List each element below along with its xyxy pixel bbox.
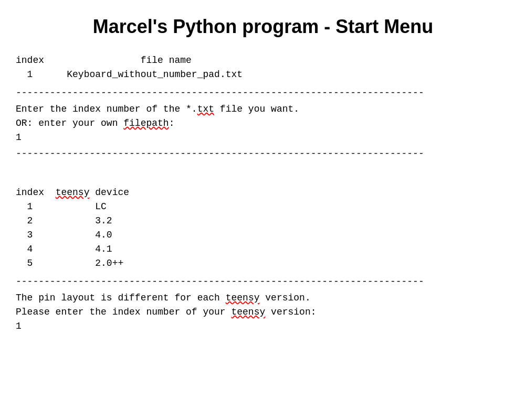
device-user-input: 1 [16, 319, 510, 333]
file-prompt-line2: OR: enter your own filepath: [16, 116, 510, 131]
teensy-header-underline: teensy [56, 187, 90, 198]
file-user-input: 1 [16, 131, 510, 145]
file-prompt-line1: Enter the index number of the *.txt file… [16, 102, 510, 116]
device-row-2: 2 3.2 [16, 214, 510, 228]
page-title: Marcel's Python program - Start Menu [16, 10, 510, 43]
txt-underline: txt [197, 104, 214, 114]
prompt-divider: ----------------------------------------… [16, 147, 510, 161]
device-divider: ----------------------------------------… [16, 275, 510, 289]
device-prompt-line2: Please enter the index number of your te… [16, 305, 510, 319]
spacer [16, 163, 510, 177]
file-section: index file name 1 Keyboard_without_numbe… [16, 53, 510, 333]
file-table: index file name 1 Keyboard_without_numbe… [16, 53, 510, 82]
teensy-underline-2: teensy [231, 307, 265, 317]
device-row-1: 1 LC [16, 200, 510, 214]
device-table: index teensy device 1 LC 2 3.2 3 4.0 4 4… [16, 186, 510, 271]
file-prompt-block: Enter the index number of the *.txt file… [16, 102, 510, 145]
device-prompt-line1: The pin layout is different for each tee… [16, 291, 510, 305]
device-table-header: index teensy device [16, 186, 510, 200]
device-row-3: 3 4.0 [16, 228, 510, 242]
device-row-4: 4 4.1 [16, 242, 510, 256]
file-table-header: index file name [16, 53, 510, 68]
device-prompt-block: The pin layout is different for each tee… [16, 291, 510, 333]
teensy-underline-1: teensy [226, 293, 260, 303]
file-table-row-1: 1 Keyboard_without_number_pad.txt [16, 68, 510, 82]
file-divider: ----------------------------------------… [16, 86, 510, 100]
device-row-5: 5 2.0++ [16, 256, 510, 271]
filepath-underline: filepath [123, 118, 169, 128]
